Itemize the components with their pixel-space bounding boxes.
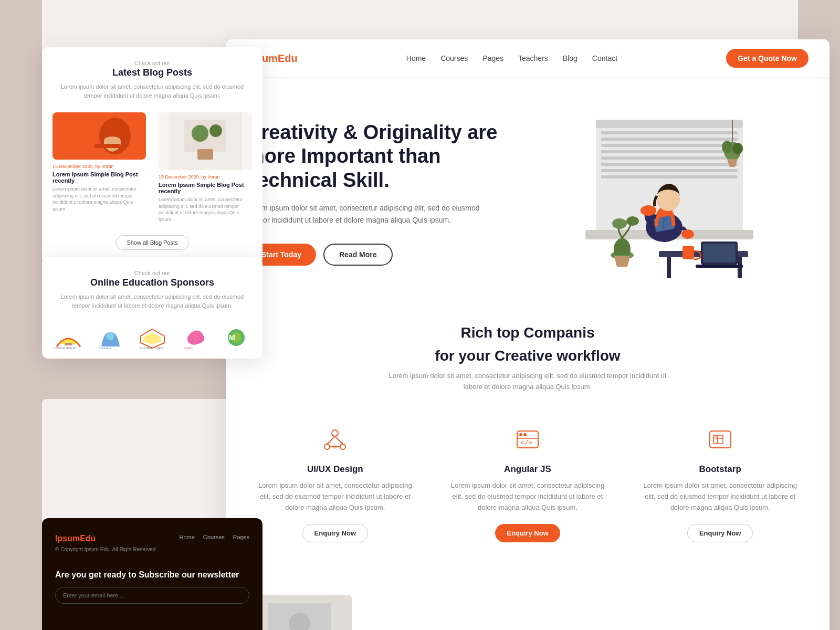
svg-point-33: [332, 430, 338, 436]
svg-text:Cleaning: Cleaning: [99, 346, 111, 349]
svg-rect-20: [703, 244, 736, 262]
svg-marker-68: [143, 332, 161, 345]
svg-point-35: [340, 444, 345, 449]
bootstrap-name: Bootstarp: [642, 464, 798, 475]
bootstrap-enquiry-button[interactable]: Enquiry Now: [687, 524, 753, 542]
newsletter-input-row: [55, 587, 249, 604]
services-section: Rich top Companis for your Creative work…: [226, 303, 830, 579]
svg-point-24: [612, 218, 627, 229]
svg-line-37: [335, 436, 343, 444]
footer-card: IpsumEdu © Copyright Ipsum Edu. All Righ…: [42, 518, 262, 630]
svg-rect-7: [601, 163, 738, 166]
blog-subtitle: Check out our: [52, 60, 252, 66]
show-all-posts-button[interactable]: Show all Blog Posts: [116, 235, 188, 250]
uiux-enquiry-button[interactable]: Enquiry Now: [302, 524, 368, 542]
svg-marker-26: [614, 256, 630, 267]
blog-post-2-text: Lorem ipsum dolor sit amet, consectetur …: [159, 196, 252, 223]
blog-title: Latest Blog Posts: [52, 67, 252, 78]
sponsors-desc: Lorem ipsum dolor sit amet, consectetur …: [52, 292, 252, 310]
uiux-desc: Lorem ipsum dolor sit amet, consectetur …: [257, 480, 413, 513]
footer-logo: IpsumEdu: [55, 534, 155, 543]
svg-point-39: [333, 445, 337, 449]
nav-contact[interactable]: Contact: [592, 54, 617, 62]
hero-content: Creativity & Originality are more Import…: [247, 121, 499, 266]
angular-enquiry-button[interactable]: Enquiry Now: [495, 524, 560, 542]
main-card: IpsumEdu Home Courses Pages Teachers Blo…: [226, 39, 830, 630]
svg-rect-17: [667, 257, 671, 278]
svg-point-29: [681, 229, 694, 239]
newsletter-title: Are you get ready to Subscribe our newsl…: [55, 570, 249, 580]
sponsors-title: Online Education Sponsors: [52, 277, 252, 288]
svg-rect-45: [710, 431, 731, 448]
bottom-illustration: [247, 595, 352, 630]
svg-rect-57: [94, 144, 120, 148]
services-description: Lorem ipsum dolor sit amet, consectetur …: [381, 371, 675, 393]
svg-rect-22: [682, 246, 694, 259]
svg-rect-3: [601, 138, 738, 141]
footer-nav-courses[interactable]: Courses: [203, 534, 225, 540]
bottom-section: Making your Job known to the world by le…: [226, 579, 830, 630]
nav-links: Home Courses Pages Teachers Blog Contact: [406, 54, 617, 63]
svg-point-61: [209, 124, 222, 137]
sponsor-logo-5: M: [220, 327, 252, 350]
svg-rect-6: [601, 156, 738, 160]
svg-text:Colibri: Colibri: [184, 346, 193, 349]
svg-rect-4: [601, 144, 738, 147]
angular-name: Angular JS: [450, 464, 606, 475]
sponsor-logo-1: LOREM IPSUM: [52, 327, 84, 350]
svg-point-13: [722, 141, 732, 153]
svg-text:GLOBAL LOGO: GLOBAL LOGO: [140, 346, 163, 349]
svg-rect-1: [596, 120, 743, 128]
blog-post-1-text: Lorem ipsum dolor sit amet, consectetur …: [52, 186, 146, 212]
service-card-bootstrap: Bootstarp Lorem ipsum dolor sit amet, co…: [632, 414, 808, 553]
service-card-angular: </> Angular JS Lorem ipsum dolor sit ame…: [439, 414, 616, 553]
left-blog-card: Check out our Latest Blog Posts Lorem ip…: [42, 47, 262, 265]
nav-pages[interactable]: Pages: [482, 54, 503, 62]
svg-text:</>: </>: [521, 439, 532, 446]
services-header: Rich top Companis for your Creative work…: [247, 324, 808, 393]
blog-post-featured: 15 December 2020, by Imran Lorem Ipsum S…: [154, 108, 256, 227]
service-card-uiux: UI/UX Design Lorem ipsum dolor sit amet,…: [247, 414, 424, 553]
sponsor-logo-4: Colibri: [178, 327, 210, 350]
nav-blog[interactable]: Blog: [563, 54, 578, 62]
sponsors-header: Check out our Online Education Sponsors …: [42, 257, 262, 318]
uiux-name: UI/UX Design: [257, 464, 413, 475]
svg-rect-21: [696, 265, 743, 268]
blog-post-2-meta: 15 December 2020, by Imran: [159, 174, 252, 180]
footer-copyright: © Copyright Ipsum Edu. All Right Reserve…: [55, 547, 155, 552]
hero-description: Lorem ipsum dolor sit amet, consectetur …: [247, 202, 499, 227]
svg-point-42: [523, 433, 527, 436]
hero-svg: [554, 114, 753, 282]
blog-post-1-title: Lorem Ipsum Simple Blog Post recently: [52, 171, 146, 184]
svg-rect-62: [197, 149, 213, 160]
svg-text:M: M: [229, 333, 235, 342]
footer-nav-pages[interactable]: Pages: [233, 534, 249, 540]
bootstrap-desc: Lorem ipsum dolor sit amet, consectetur …: [642, 480, 798, 513]
uiux-icon: [319, 424, 351, 456]
footer-nav-home[interactable]: Home: [179, 534, 194, 540]
angular-icon: </>: [512, 424, 543, 456]
svg-rect-49: [718, 435, 723, 444]
svg-point-34: [324, 444, 330, 449]
svg-point-14: [732, 143, 743, 154]
svg-line-36: [327, 436, 335, 444]
blog-desc: Lorem ipsum dolor sit amet, consectetur …: [52, 82, 252, 100]
hero-illustration: [499, 104, 808, 282]
get-quote-button[interactable]: Get a Quote Now: [726, 49, 808, 68]
nav-courses[interactable]: Courses: [440, 54, 468, 62]
hero-section: Creativity & Originality are more Import…: [226, 78, 830, 303]
sponsor-logo-3: GLOBAL LOGO: [136, 327, 168, 350]
sponsor-logo-2: Cleaning: [94, 327, 126, 350]
footer-nav: Home Courses Pages: [179, 534, 249, 540]
svg-point-65: [106, 332, 114, 340]
newsletter-email-input[interactable]: [55, 587, 249, 604]
sponsor-logos-row: LOREM IPSUM Cleaning GLOBAL LOGO Co: [42, 318, 262, 359]
blog-post-2-title: Lorem Ipsum Simple Blog Post recently: [159, 182, 252, 194]
hero-buttons: Start Today Read More: [247, 244, 499, 266]
svg-rect-47: [713, 435, 718, 439]
hero-title: Creativity & Originality are more Import…: [247, 121, 499, 193]
nav-home[interactable]: Home: [406, 54, 426, 62]
nav-teachers[interactable]: Teachers: [518, 54, 548, 62]
read-more-button[interactable]: Read More: [323, 244, 393, 266]
blog-post-1: 15 December 2020, by Imran Lorem Ipsum S…: [48, 108, 150, 227]
